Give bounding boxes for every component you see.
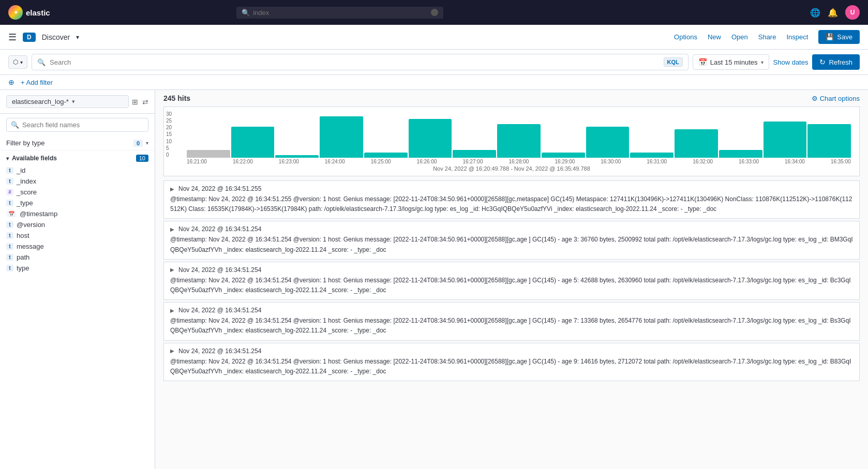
field-type-badge: t [6,254,13,261]
index-pattern-selector[interactable]: elasticsearch_log-* ▾ [6,95,129,108]
show-dates-link[interactable]: Show dates [773,58,809,66]
chart-bar [231,127,275,158]
data-view-selector[interactable]: ⬡ ▾ [8,55,27,69]
search-fields-input[interactable] [22,121,144,129]
refresh-button[interactable]: ↻ Refresh [812,54,860,70]
field-item[interactable]: tmessage [0,241,155,252]
kql-badge[interactable]: KQL [664,57,683,67]
field-item[interactable]: t_index [0,176,155,187]
field-name-label: @timestamp [20,210,57,218]
x-label: 16:26:00 [417,159,437,164]
x-label: 16:27:00 [463,159,483,164]
add-filter-link[interactable]: + Add filter [21,79,53,86]
histogram-chart: 302520151050 16:21:0016:22:0016:23:0016:… [163,107,860,176]
time-picker[interactable]: 📅 Last 15 minutes ▾ [693,54,769,70]
bell-icon[interactable]: 🔔 [828,8,838,18]
field-type-badge: t [6,265,13,271]
refresh-label: Refresh [829,58,852,66]
field-type-badge: t [6,221,13,228]
x-label: 16:33:00 [739,159,759,164]
result-timestamp: Nov 24, 2022 @ 16:34:51.254 [178,307,261,314]
x-label: 16:25:00 [371,159,391,164]
filter-row: ⊕ + Add filter [0,75,868,90]
inspect-link[interactable]: Inspect [786,33,808,41]
search-input-icon: 🔍 [37,58,46,66]
globe-icon[interactable]: 🌐 [810,8,820,18]
chart-options-label: Chart options [820,95,860,102]
chart-bar [719,150,762,158]
discover-chevron-icon[interactable]: ▾ [76,34,79,41]
chart-bar [453,150,496,158]
available-fields-header: ▾ Available fields 10 [0,150,155,164]
grid-icon[interactable]: ⊞ [132,98,138,106]
field-list: t_idt_index#_scoret_type📅@timestampt@ver… [0,164,155,469]
open-link[interactable]: Open [731,33,748,41]
field-name-label: _id [17,167,25,174]
field-item[interactable]: t@version [0,219,155,230]
global-search-bar[interactable]: 🔍 [236,7,443,19]
menu-icon[interactable]: ☰ [8,32,17,43]
field-name-label: path [17,253,29,261]
expand-icon[interactable]: ▶ [170,348,174,354]
field-item[interactable]: t_type [0,198,155,208]
field-name-label: _index [17,177,36,185]
data-view-icon: ⬡ [13,58,18,66]
chart-bar [807,124,851,158]
chart-bar [364,153,408,158]
chart-bar [586,127,630,158]
result-row: ▶ Nov 24, 2022 @ 16:34:51.254 @timestamp… [163,343,860,381]
result-header: ▶ Nov 24, 2022 @ 16:34:51.254 [170,347,853,355]
field-type-badge: t [6,167,13,174]
chart-bar [630,153,674,158]
field-item[interactable]: t_id [0,165,155,176]
new-link[interactable]: New [708,33,721,41]
gear-icon: ⚙ [812,95,818,102]
expand-icon[interactable]: ▶ [170,226,174,232]
field-name-label: host [17,232,29,239]
result-timestamp: Nov 24, 2022 @ 16:34:51.254 [178,347,261,355]
x-label: 16:22:00 [233,159,253,164]
field-type-badge: 📅 [6,210,17,217]
calendar-icon: 📅 [698,58,707,66]
options-link[interactable]: Options [674,33,697,41]
refresh-icon: ↻ [819,58,826,66]
chart-options-button[interactable]: ⚙ Chart options [812,95,860,102]
search-input-wrap: 🔍 KQL [32,54,689,70]
filter-type-label: Filter by type [6,139,44,147]
result-row: ▶ Nov 24, 2022 @ 16:34:51.254 @timestamp… [163,221,860,259]
save-button[interactable]: 💾 Save [818,30,860,44]
field-item[interactable]: ttype [0,263,155,274]
chevron-available-icon: ▾ [6,156,9,161]
result-timestamp: Nov 24, 2022 @ 16:34:51.254 [178,225,261,233]
global-search-input[interactable] [253,9,428,17]
filter-type-row[interactable]: Filter by type 0 ▾ [0,136,155,150]
nav-actions: Options New Open Share Inspect 💾 Save [674,30,860,44]
x-label: 16:31:00 [647,159,667,164]
field-name-label: type [17,264,29,272]
user-avatar[interactable]: U [845,5,860,20]
search-input[interactable] [50,58,660,66]
share-link[interactable]: Share [758,33,776,41]
available-fields-count: 10 [136,155,148,162]
field-item[interactable]: 📅@timestamp [0,208,155,219]
expand-icon[interactable]: ▶ [170,308,174,313]
x-label: 16:23:00 [279,159,299,164]
filter-type-count: 0 [133,140,143,147]
x-label: 16:35:00 [831,159,851,164]
arrow-icon[interactable]: ⇄ [142,98,148,106]
chart-date-range: Nov 24, 2022 @ 16:20:49.788 - Nov 24, 20… [170,165,853,172]
expand-icon[interactable]: ▶ [170,267,174,273]
secondary-nav: ☰ D Discover ▾ Options New Open Share In… [0,25,868,50]
sidebar: elasticsearch_log-* ▾ ⊞ ⇄ 🔍 Filter by ty… [0,90,155,469]
field-item[interactable]: #_score [0,187,155,198]
field-item[interactable]: tpath [0,252,155,263]
field-item[interactable]: thost [0,230,155,241]
field-name-label: _type [17,199,33,207]
x-label: 16:30:00 [601,159,621,164]
field-name-label: _score [17,188,37,196]
chevron-data-view: ▾ [20,59,23,65]
result-header: ▶ Nov 24, 2022 @ 16:34:51.254 [170,266,853,274]
expand-icon[interactable]: ▶ [170,186,174,192]
x-label: 16:24:00 [325,159,345,164]
index-chevron-icon: ▾ [72,98,75,105]
